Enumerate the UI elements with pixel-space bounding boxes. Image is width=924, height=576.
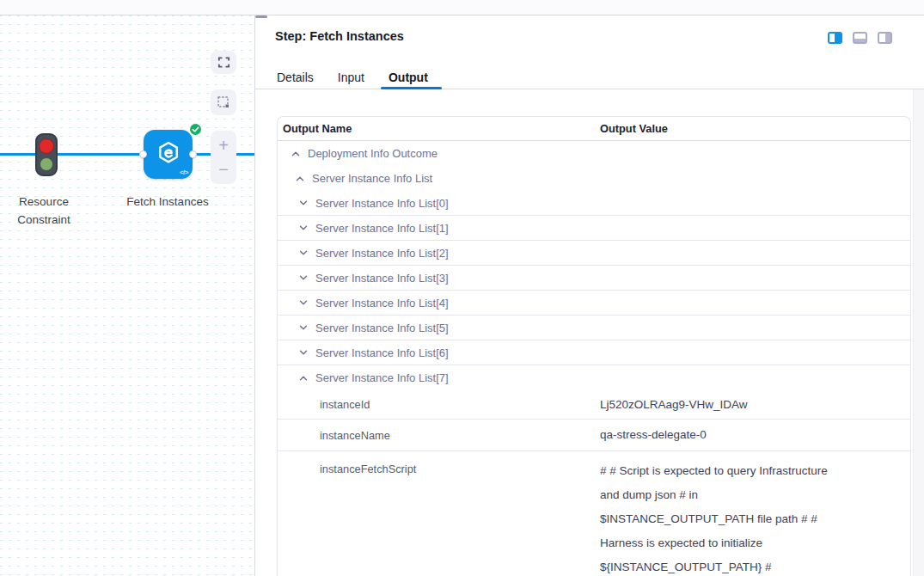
tab-input[interactable]: Input bbox=[338, 70, 364, 96]
output-value: # # Script is expected to query Infrastr… bbox=[600, 459, 848, 576]
tree-row-deployment-info-outcome[interactable]: Deployment Info Outcome bbox=[278, 141, 910, 166]
right-panel-view-icon[interactable] bbox=[878, 32, 892, 44]
column-header-output-name: Output Name bbox=[278, 122, 600, 135]
output-row-instance-id: instanceId Lj520zOLRAag9-VHw_IDAw bbox=[278, 390, 910, 420]
column-header-output-value: Output Value bbox=[600, 122, 668, 135]
chevron-icon bbox=[298, 198, 309, 208]
harness-step-icon bbox=[155, 139, 182, 170]
step-detail-panel: Step: Fetch Instances Details Input Outp… bbox=[255, 15, 924, 576]
top-bar bbox=[0, 0, 924, 15]
output-value: Lj520zOLRAag9-VHw_IDAw bbox=[600, 393, 848, 417]
traffic-light-green-icon bbox=[40, 157, 53, 171]
fetch-instances-node[interactable]: </> bbox=[144, 130, 193, 179]
tree-row-list-6[interactable]: Server Instance Info List[6] bbox=[278, 340, 910, 365]
app-window: Resource Constraint </> Fetch Instances bbox=[0, 0, 924, 576]
output-row-instance-name: instanceName qa-stress-delegate-0 bbox=[278, 420, 910, 451]
output-key: instanceId bbox=[278, 398, 600, 411]
tree-row-list-3[interactable]: Server Instance Info List[3] bbox=[278, 266, 910, 291]
node-port-out bbox=[189, 150, 197, 158]
node-label-fetch-instances: Fetch Instances bbox=[110, 193, 225, 211]
tabs-bottom-border bbox=[255, 89, 924, 89]
chevron-icon bbox=[291, 149, 301, 159]
chevron-icon bbox=[298, 373, 309, 383]
tree-row-list-4[interactable]: Server Instance Info List[4] bbox=[278, 291, 910, 316]
active-tab-underline bbox=[381, 87, 442, 89]
chevron-icon bbox=[295, 174, 305, 184]
split-view-icon[interactable] bbox=[828, 32, 842, 44]
bottom-panel-view-icon[interactable] bbox=[853, 32, 867, 44]
tree-row-server-instance-info-list[interactable]: Server Instance Info List bbox=[278, 166, 910, 191]
node-label-resource-constraint: Resource Constraint bbox=[3, 193, 85, 229]
tab-output[interactable]: Output bbox=[389, 70, 428, 96]
tree-row-list-2[interactable]: Server Instance Info List[2] bbox=[278, 241, 910, 266]
chevron-icon bbox=[298, 273, 309, 283]
minimize-icon[interactable] bbox=[255, 15, 267, 18]
step-tabs: Details Input Output bbox=[277, 70, 428, 96]
zoom-out-button[interactable]: − bbox=[218, 160, 229, 179]
chevron-icon bbox=[298, 322, 309, 333]
tree-row-list-1[interactable]: Server Instance Info List[1] bbox=[278, 216, 910, 241]
tree-row-list-0[interactable]: Server Instance Info List[0] bbox=[278, 191, 910, 216]
tree-row-list-5[interactable]: Server Instance Info List[5] bbox=[278, 316, 910, 340]
panel-scrollbar[interactable] bbox=[913, 89, 924, 576]
resource-constraint-node[interactable] bbox=[35, 133, 58, 176]
code-icon: </> bbox=[180, 169, 188, 176]
traffic-light-red-icon bbox=[39, 138, 54, 154]
zoom-in-button[interactable]: + bbox=[218, 136, 229, 155]
step-panel-title: Step: Fetch Instances bbox=[275, 29, 404, 43]
chevron-icon bbox=[298, 347, 309, 358]
output-table: Output Name Output Value Deployment Info… bbox=[277, 116, 911, 576]
node-port-in bbox=[139, 150, 147, 158]
chevron-icon bbox=[298, 223, 309, 233]
success-check-icon bbox=[188, 122, 203, 137]
output-value: qa-stress-delegate-0 bbox=[600, 423, 848, 447]
chevron-icon bbox=[298, 297, 309, 308]
output-key: instanceFetchScript bbox=[278, 459, 600, 475]
tab-details[interactable]: Details bbox=[277, 70, 314, 96]
output-key: instanceName bbox=[278, 429, 600, 442]
output-table-header: Output Name Output Value bbox=[278, 117, 910, 141]
zoom-button-group: + − bbox=[211, 131, 236, 184]
pipeline-canvas[interactable]: Resource Constraint </> Fetch Instances bbox=[0, 15, 254, 576]
output-row-instance-fetch-script: instanceFetchScript # # Script is expect… bbox=[278, 451, 910, 576]
marquee-select-button[interactable] bbox=[211, 89, 236, 115]
tree-row-list-7[interactable]: Server Instance Info List[7] bbox=[278, 365, 910, 390]
fit-to-screen-button[interactable] bbox=[211, 51, 236, 74]
chevron-icon bbox=[298, 248, 309, 258]
